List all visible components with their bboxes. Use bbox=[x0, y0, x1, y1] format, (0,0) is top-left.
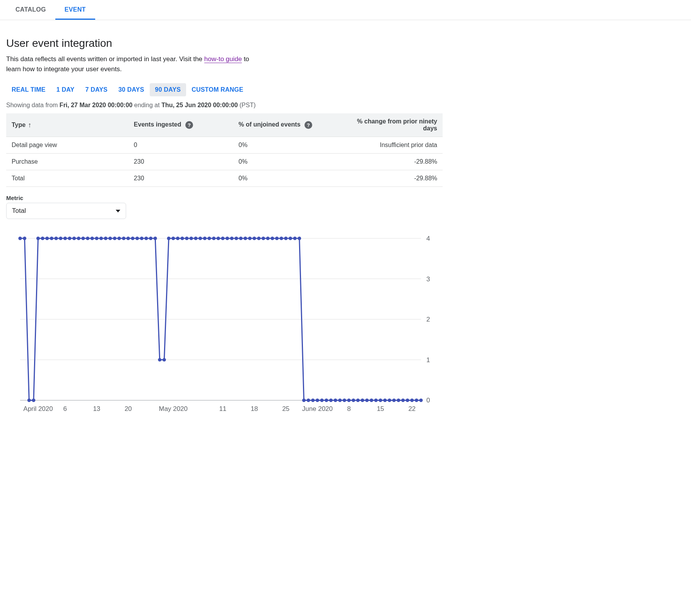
svg-point-90 bbox=[320, 399, 323, 402]
svg-point-100 bbox=[365, 399, 369, 402]
help-icon[interactable]: ? bbox=[304, 121, 312, 129]
svg-text:May 2020: May 2020 bbox=[159, 405, 188, 412]
cell-type: Purchase bbox=[6, 154, 128, 170]
svg-point-86 bbox=[302, 399, 306, 402]
svg-point-98 bbox=[356, 399, 360, 402]
range-30days[interactable]: 30 DAYS bbox=[113, 83, 150, 96]
cell-events: 0 bbox=[128, 137, 233, 154]
svg-point-83 bbox=[289, 236, 292, 240]
svg-point-41 bbox=[99, 236, 103, 240]
svg-point-23 bbox=[18, 236, 22, 240]
cell-change: -29.88% bbox=[342, 154, 443, 170]
metric-select[interactable]: Total bbox=[6, 203, 126, 219]
col-type[interactable]: Type ↑ bbox=[6, 113, 128, 137]
svg-point-57 bbox=[171, 236, 175, 240]
showing-mid: ending at bbox=[132, 102, 161, 108]
sort-arrow-up-icon: ↑ bbox=[28, 121, 31, 128]
svg-point-71 bbox=[234, 236, 238, 240]
chart[interactable]: 01234April 202061320May 2020111825June 2… bbox=[6, 234, 443, 423]
svg-point-29 bbox=[45, 236, 49, 240]
svg-point-25 bbox=[27, 399, 31, 402]
svg-point-85 bbox=[298, 236, 301, 240]
col-events[interactable]: Events ingested ? bbox=[128, 113, 233, 137]
svg-point-49 bbox=[135, 236, 139, 240]
range-90days[interactable]: 90 DAYS bbox=[150, 83, 186, 96]
svg-point-27 bbox=[36, 236, 40, 240]
svg-point-26 bbox=[32, 399, 35, 402]
svg-point-34 bbox=[68, 236, 71, 240]
svg-point-68 bbox=[221, 236, 224, 240]
svg-text:13: 13 bbox=[93, 405, 100, 412]
svg-text:25: 25 bbox=[282, 405, 289, 412]
svg-point-55 bbox=[162, 358, 166, 361]
col-unjoined[interactable]: % of unjoined events ? bbox=[233, 113, 342, 137]
tab-event[interactable]: EVENT bbox=[55, 0, 95, 20]
svg-point-40 bbox=[95, 236, 98, 240]
svg-point-56 bbox=[167, 236, 171, 240]
col-change[interactable]: % change from prior ninety days bbox=[342, 113, 443, 137]
svg-point-96 bbox=[347, 399, 351, 402]
svg-point-88 bbox=[311, 399, 315, 402]
showing-start: Fri, 27 Mar 2020 00:00:00 bbox=[60, 102, 133, 108]
time-range-selector: REAL TIME 1 DAY 7 DAYS 30 DAYS 90 DAYS C… bbox=[6, 83, 443, 96]
svg-text:22: 22 bbox=[408, 405, 416, 412]
svg-point-97 bbox=[352, 399, 355, 402]
svg-text:20: 20 bbox=[125, 405, 132, 412]
svg-point-101 bbox=[370, 399, 373, 402]
svg-point-112 bbox=[419, 399, 423, 402]
svg-point-50 bbox=[140, 236, 144, 240]
svg-point-58 bbox=[176, 236, 180, 240]
col-type-label: Type bbox=[12, 121, 26, 128]
svg-point-61 bbox=[190, 236, 193, 240]
range-realtime[interactable]: REAL TIME bbox=[6, 83, 51, 96]
svg-point-44 bbox=[113, 236, 116, 240]
metric-selector-wrap: Metric Total bbox=[6, 195, 443, 219]
help-icon[interactable]: ? bbox=[185, 121, 193, 129]
chevron-down-icon bbox=[116, 210, 120, 212]
showing-range-text: Showing data from Fri, 27 Mar 2020 00:00… bbox=[6, 102, 443, 109]
svg-text:2: 2 bbox=[426, 316, 430, 323]
svg-point-28 bbox=[41, 236, 44, 240]
svg-text:11: 11 bbox=[219, 405, 226, 412]
svg-point-111 bbox=[415, 399, 418, 402]
svg-point-77 bbox=[262, 236, 265, 240]
showing-end: Thu, 25 Jun 2020 00:00:00 bbox=[161, 102, 238, 108]
svg-point-32 bbox=[59, 236, 62, 240]
svg-point-52 bbox=[149, 236, 152, 240]
desc-pre: This data reflects all events written or… bbox=[6, 55, 204, 63]
svg-point-36 bbox=[77, 236, 80, 240]
col-change-label: % change from prior ninety days bbox=[357, 118, 437, 132]
svg-point-106 bbox=[392, 399, 396, 402]
howto-link[interactable]: how-to guide bbox=[204, 55, 242, 63]
svg-text:18: 18 bbox=[251, 405, 258, 412]
svg-text:April 2020: April 2020 bbox=[23, 405, 53, 412]
svg-point-75 bbox=[253, 236, 256, 240]
svg-point-31 bbox=[55, 236, 58, 240]
svg-text:8: 8 bbox=[347, 405, 351, 412]
svg-point-60 bbox=[185, 236, 188, 240]
svg-point-105 bbox=[388, 399, 391, 402]
cell-unjoined: 0% bbox=[233, 154, 342, 170]
svg-point-48 bbox=[131, 236, 134, 240]
range-7days[interactable]: 7 DAYS bbox=[80, 83, 113, 96]
cell-change: -29.88% bbox=[342, 170, 443, 187]
tab-catalog[interactable]: CATALOG bbox=[6, 0, 55, 20]
svg-point-78 bbox=[266, 236, 270, 240]
svg-point-72 bbox=[239, 236, 243, 240]
events-table: Type ↑ Events ingested ? % of unjoined e… bbox=[6, 113, 443, 187]
svg-text:3: 3 bbox=[426, 275, 430, 283]
svg-point-47 bbox=[127, 236, 130, 240]
cell-events: 230 bbox=[128, 154, 233, 170]
svg-text:6: 6 bbox=[63, 405, 67, 412]
svg-point-69 bbox=[226, 236, 229, 240]
svg-text:1: 1 bbox=[426, 356, 430, 364]
svg-point-81 bbox=[280, 236, 283, 240]
range-1day[interactable]: 1 DAY bbox=[51, 83, 80, 96]
svg-point-91 bbox=[325, 399, 328, 402]
svg-point-38 bbox=[86, 236, 89, 240]
top-tabs: CATALOG EVENT bbox=[0, 0, 691, 20]
col-events-label: Events ingested bbox=[134, 121, 181, 128]
svg-point-108 bbox=[401, 399, 405, 402]
svg-point-46 bbox=[122, 236, 125, 240]
range-custom[interactable]: CUSTOM RANGE bbox=[186, 83, 249, 96]
